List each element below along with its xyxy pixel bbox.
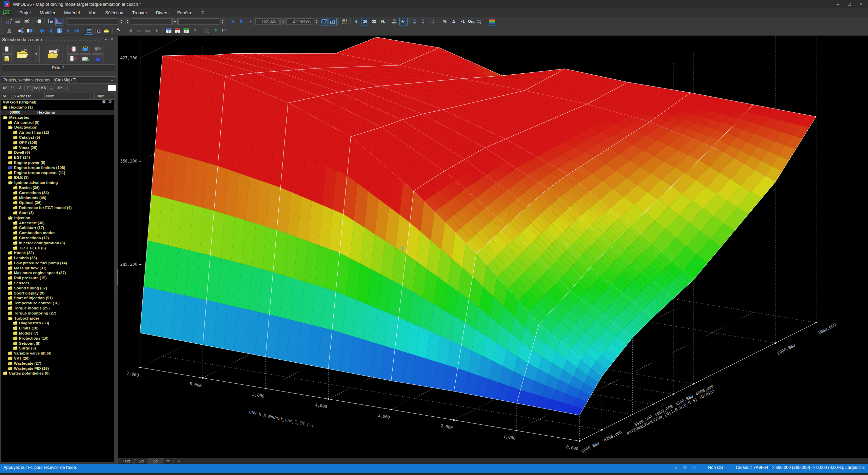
menu-s-l-ction[interactable]: Séléction [101, 9, 127, 16]
filter-button-0[interactable]: =? [1, 85, 8, 91]
tree-item-test-flex-6-[interactable]: TEST FLEX (6) [1, 245, 114, 250]
tree-item-injection[interactable]: Injection [1, 215, 114, 220]
tree-item-setpoint-8-[interactable]: Setpoint (8) [1, 341, 114, 346]
nav-next-blue-icon[interactable] [64, 27, 72, 35]
spinner-left-right[interactable]: ◂▸ [172, 18, 178, 25]
tab-text[interactable]: Text [117, 458, 135, 464]
skew-icon[interactable] [320, 18, 328, 25]
toolbar-button-fl[interactable]: Fl. [379, 18, 387, 25]
tree-item-diagnostics-33-[interactable]: Diagnostics (33) [1, 321, 114, 326]
menu-modifier[interactable]: Modifier [35, 9, 60, 16]
close-button[interactable]: × [855, 0, 867, 8]
prev-gray-icon[interactable] [126, 27, 134, 35]
btn-v-icon[interactable]: V [173, 27, 181, 35]
tree-item-ignition-advance-timing[interactable]: Ignition advance timing [1, 180, 114, 185]
orgorg-icon[interactable]: OrgOrg [476, 18, 484, 25]
menu-mat-riel[interactable]: Matériel [60, 9, 84, 16]
tree-item-engine-power-5-[interactable]: Engine power (5) [1, 160, 114, 165]
tree-item-sport-display-9-[interactable]: Sport display (9) [1, 290, 114, 296]
q-gray-icon[interactable]: ? [191, 27, 199, 35]
column-header-m[interactable]: M.. [1, 93, 11, 99]
menu-vue[interactable]: Vue [84, 9, 101, 16]
column-header-taille[interactable]: Taille [94, 93, 113, 99]
filter-button-5[interactable]: KK [40, 85, 47, 91]
toolbar-field-rot328[interactable]: Rot:328° [255, 18, 280, 25]
export-project-button[interactable]: P [92, 45, 103, 54]
tab-3d[interactable]: 3d [148, 458, 163, 464]
plugin-button[interactable] [92, 54, 103, 63]
filter-button-3[interactable]: i¯ [24, 85, 32, 91]
save-button[interactable] [2, 54, 12, 63]
toolbar-button-org[interactable]: Org [467, 18, 475, 25]
flag-icon[interactable] [114, 27, 122, 35]
filter-button-7[interactable]: Dé... [56, 85, 68, 91]
toolbar-field-empty[interactable] [178, 18, 219, 25]
folder-open-icon[interactable] [102, 27, 111, 35]
open-project-button[interactable] [13, 45, 32, 63]
tree-item-turbocharger[interactable]: Turbocharger [1, 316, 114, 321]
tree-item-lambda-23-[interactable]: Lambda (23) [1, 255, 114, 261]
grid-blue-icon[interactable] [55, 27, 63, 35]
tree-item-combustion-modes[interactable]: Combustion modes [1, 230, 114, 235]
import-f-icon[interactable]: F [35, 18, 43, 25]
tree-item-engine-torque-requests-11-[interactable]: Engine torque requests (11) [1, 170, 114, 175]
tree-item-dwell-6-[interactable]: Dwell (6) [1, 150, 114, 155]
filter-button-4[interactable]: ŀv [32, 85, 40, 91]
filter-button-6[interactable]: ☰ [48, 85, 55, 91]
maximize-button[interactable]: □ [844, 0, 855, 8]
next-gray-icon[interactable] [153, 27, 161, 35]
tree-item-cartes-potentielles-0-[interactable]: Cartes potentielles (0) [1, 371, 114, 376]
g144-icon[interactable]: 111444 [429, 18, 437, 25]
tree-item-torque-monitoring-27-[interactable]: Torque monitoring (27) [1, 310, 114, 316]
tab--[interactable]: ≡ [162, 458, 175, 464]
tree-view-icon[interactable] [85, 27, 93, 35]
q-help-icon[interactable]: ? [212, 27, 220, 35]
tree-item-vw-golf-original-[interactable]: VW Golf (Original)▤ ☒ [1, 100, 114, 105]
tree-item-vmax-26-[interactable]: Vmax (26) [1, 145, 114, 150]
chart-pencil-icon[interactable] [5, 18, 13, 25]
tree-item-sound-tuning-37-[interactable]: Sound tuning (37) [1, 285, 114, 290]
column-header-adresse[interactable]: △ Adresse [12, 93, 44, 99]
spinner-up-down[interactable]: ▲▼ [314, 18, 319, 25]
tree-root-icons[interactable]: ▤ ☒ [102, 100, 113, 103]
filter-button-2[interactable]: Δ [17, 85, 24, 91]
btn-f-icon[interactable]: F [164, 27, 173, 35]
tree-item-limits-18-[interactable]: Limits (18) [1, 326, 114, 331]
list-item-icon[interactable] [46, 18, 55, 25]
surface-plot[interactable]: 427,200356,200285,2007,0006,0005,0004,00… [118, 36, 868, 458]
toolbar-button-[interactable]: Δ [450, 18, 458, 25]
minimize-button[interactable]: – [832, 0, 844, 8]
tree-item-injector-configuration-3-[interactable]: Injector configuration (3) [1, 240, 114, 245]
tree-item-idle-3-[interactable]: IDLE (3) [1, 175, 114, 180]
menu-divers[interactable]: Divers [152, 9, 173, 16]
spinner-up-down[interactable]: ▲▼ [119, 18, 124, 25]
menu-fen-tre[interactable]: Fenêtre [173, 9, 197, 16]
tree-item-corrections-34-[interactable]: Corrections (34) [1, 190, 114, 195]
toolbar-field-z44949[interactable]: Z:44949% [287, 18, 313, 25]
extra1-button[interactable]: Extra 1 [2, 64, 115, 71]
surface-3d-view[interactable]: 427,200356,200285,2007,0006,0005,0004,00… [118, 36, 868, 458]
import-file-button[interactable] [67, 45, 79, 54]
import-wizard-button[interactable] [80, 45, 91, 54]
tree-item-maximum-engine-speed-37-[interactable]: Maximum engine speed (37) [1, 270, 114, 276]
tree-item-optimal-36-[interactable]: Optimal (36) [1, 200, 114, 205]
nav-prev-blue-icon[interactable] [46, 27, 55, 35]
toolbar-button-32[interactable]: 32 [370, 18, 378, 25]
new-document-button[interactable] [2, 45, 12, 54]
open-project-dropdown[interactable]: ▼ [33, 45, 40, 63]
tree-item-surge-3-[interactable]: Surge (3) [1, 346, 114, 351]
toolbar-button-1[interactable]: ×1 [458, 18, 467, 25]
toolbar-button-16[interactable]: 16 [361, 18, 369, 25]
printer-icon[interactable] [23, 18, 31, 25]
toolbar-button-8[interactable]: 8 [352, 18, 360, 25]
binoc-icon[interactable] [135, 27, 143, 35]
tab-2d[interactable]: 2d [134, 458, 149, 464]
lohi-icon[interactable]: LOHIHILO [391, 18, 399, 25]
toolbar-field-empty[interactable] [67, 18, 118, 25]
g255-icon[interactable]: 255255 [411, 18, 419, 25]
tree-item-torque-models-25-[interactable]: Torque models (25) [1, 306, 114, 311]
tree-item-reference-for-egt-model-4-[interactable]: Reference for EGT model (4) [1, 205, 114, 210]
caret-down-icon[interactable] [246, 18, 255, 25]
filter-button-1[interactable]: '''' [9, 85, 16, 91]
toolbar-button-[interactable]: +/- [399, 18, 408, 25]
